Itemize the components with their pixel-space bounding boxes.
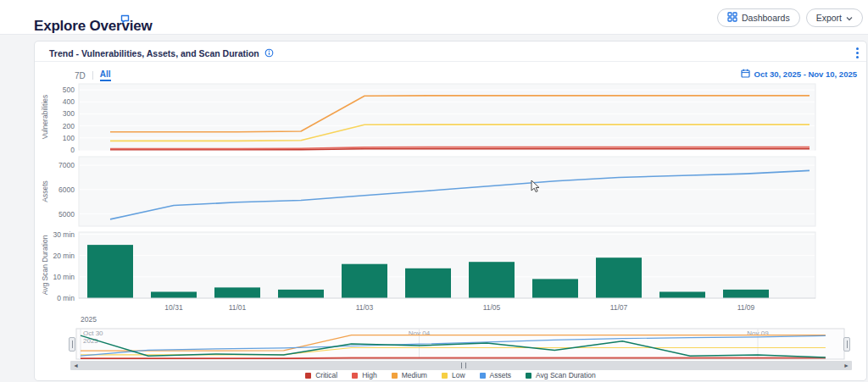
avg-scan-duration-swatch — [526, 373, 531, 379]
brush-handle-left[interactable] — [69, 337, 75, 352]
low-swatch — [442, 373, 448, 379]
legend-item-avg-scan-duration[interactable]: Avg Scan Duration — [526, 371, 596, 379]
legend-label: Medium — [402, 371, 427, 379]
legend-item-assets[interactable]: Assets — [480, 371, 512, 379]
dashboards-button-label: Dashboards — [742, 13, 790, 23]
trend-panel: Trend - Vulnerabilities, Assets, and Sca… — [34, 41, 867, 381]
time-range-tabs: 7D All — [75, 69, 111, 81]
scroll-left-arrow-icon[interactable]: ◄ — [73, 361, 79, 370]
info-icon[interactable] — [264, 46, 274, 61]
legend-item-high[interactable]: High — [352, 371, 376, 379]
dashboards-grid-icon — [727, 12, 737, 24]
range-tab-all[interactable]: All — [100, 69, 111, 81]
header-actions: Dashboards Export — [717, 8, 863, 27]
export-button-label: Export — [816, 13, 842, 23]
scroll-right-arrow-icon[interactable]: ► — [843, 361, 849, 370]
date-range-label: Oct 30, 2025 - Nov 10, 2025 — [754, 69, 857, 79]
legend-label: Assets — [490, 371, 512, 379]
critical-swatch — [305, 373, 311, 379]
kebab-menu-icon[interactable] — [854, 46, 860, 60]
page-title: Explore Overview — [34, 18, 152, 35]
calendar-icon — [741, 69, 750, 80]
page-header: Explore Overview Dashboards Export — [0, 0, 868, 35]
export-button[interactable]: Export — [806, 8, 863, 27]
chevron-down-icon — [846, 13, 853, 23]
legend-label: Avg Scan Duration — [536, 371, 596, 379]
horizontal-scrollbar[interactable]: ◄ ► — [70, 361, 852, 370]
chart-legend: Critical High Medium Low Assets Avg Scan… — [35, 371, 866, 379]
legend-label: High — [362, 371, 376, 379]
tab-separator — [92, 71, 93, 80]
assets-swatch — [480, 373, 486, 379]
panel-divider — [35, 61, 866, 62]
legend-item-low[interactable]: Low — [442, 371, 465, 379]
legend-label: Low — [452, 371, 465, 379]
legend-item-critical[interactable]: Critical — [305, 371, 337, 379]
brush-handle-right[interactable] — [843, 337, 850, 352]
panel-title-row: Trend - Vulnerabilities, Assets, and Sca… — [49, 46, 274, 61]
high-swatch — [352, 373, 358, 379]
feedback-bubble-icon[interactable] — [120, 12, 130, 27]
scrollbar-grip[interactable] — [461, 363, 466, 368]
legend-label: Critical — [315, 371, 337, 379]
date-range-picker[interactable]: Oct 30, 2025 - Nov 10, 2025 — [741, 69, 857, 80]
dashboards-button[interactable]: Dashboards — [717, 8, 800, 27]
range-tab-7d[interactable]: 7D — [75, 71, 86, 80]
medium-swatch — [392, 373, 398, 379]
panel-title: Trend - Vulnerabilities, Assets, and Sca… — [49, 48, 259, 58]
legend-item-medium[interactable]: Medium — [392, 371, 427, 379]
